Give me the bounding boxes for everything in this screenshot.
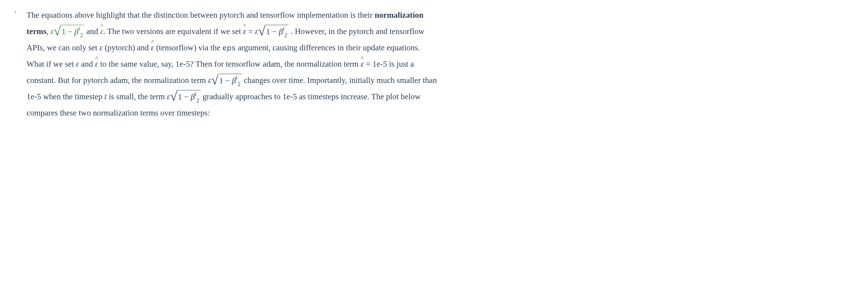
sqrt-content: 1 − βt2	[219, 74, 242, 86]
beta-superscript: t	[236, 74, 237, 80]
hat-symbol: ^	[151, 37, 154, 48]
math-eps-hat: ^ε	[151, 43, 154, 52]
beta-subscript: 2	[80, 32, 83, 38]
one-minus: 1 −	[219, 76, 232, 85]
sqrt-symbol: √	[211, 74, 218, 87]
hat-symbol: ^	[361, 53, 364, 64]
text-segment: . The two versions are equivalent if we …	[103, 27, 243, 36]
math-eps-hat-green: ^ε	[100, 27, 103, 36]
math-equation-equiv: ^ε =	[243, 27, 255, 36]
beta-superscript: t	[283, 26, 284, 32]
math-eps-hat-equals: ^ε = 1e-5	[361, 60, 387, 68]
beta-subscript: 2	[284, 32, 287, 38]
sqrt-content: 1 − βt2	[61, 25, 84, 37]
text-segment: is small, the term	[107, 92, 167, 101]
value-1e5: 1e-5	[373, 60, 387, 68]
epsilon-symbol: ε	[51, 27, 54, 36]
epsilon-symbol: ε	[208, 76, 211, 85]
sqrt-expression: √1 − βt2	[170, 90, 201, 103]
epsilon-symbol: ε	[255, 27, 258, 36]
beta-subscript: 2	[237, 81, 240, 87]
sqrt-symbol: √	[258, 25, 265, 38]
text-segment: (tensorflow) via the	[154, 43, 222, 52]
epsilon-hat: ^ε	[100, 23, 103, 40]
math-eps-sqrt: ε√1 − βt2	[208, 76, 242, 85]
beta-symbol: β	[279, 27, 283, 36]
text-segment: The equations above highlight that the d…	[27, 11, 374, 19]
bullet-list-item: • The equations above highlight that the…	[14, 7, 439, 121]
text-segment: to the same value, say, 1e-5? Then for t…	[98, 60, 361, 68]
epsilon-hat: ^ε	[151, 40, 154, 56]
epsilon-symbol: ε	[100, 43, 103, 52]
one-minus: 1 −	[178, 93, 191, 101]
equals-sign: =	[364, 60, 372, 68]
text-segment: and	[84, 27, 100, 36]
sqrt-expression: √1 − βt2	[54, 25, 84, 38]
one-minus: 1 −	[266, 27, 279, 36]
beta-subscript: 2	[196, 97, 199, 103]
equals-sign: =	[246, 27, 255, 36]
math-eps-sqrt: ε√1 − βt2	[167, 92, 201, 101]
epsilon-hat: ^ε	[361, 56, 364, 72]
epsilon-hat: ^ε	[95, 56, 98, 72]
sqrt-expression: √1 − βt2	[211, 74, 242, 87]
hat-symbol: ^	[101, 20, 103, 32]
text-segment: (pytorch) and	[103, 43, 151, 52]
sqrt-symbol: √	[54, 25, 61, 38]
sqrt-content: 1 − βt2	[177, 90, 201, 102]
hat-symbol: ^	[95, 53, 98, 64]
math-eps-sqrt-green: ε√1 − βt2	[51, 27, 84, 36]
bullet-marker: •	[14, 9, 17, 17]
code-eps: eps	[222, 44, 236, 52]
sqrt-expression: √1 − βt2	[258, 25, 289, 38]
beta-symbol: β	[232, 76, 236, 85]
epsilon-symbol: ε	[76, 60, 79, 68]
beta-symbol: β	[191, 93, 195, 101]
text-segment: ,	[46, 27, 51, 36]
text-segment: and	[79, 60, 95, 68]
hat-symbol: ^	[243, 20, 246, 32]
epsilon-hat: ^ε	[243, 23, 246, 40]
sqrt-symbol: √	[170, 90, 177, 103]
sqrt-content: 1 − βt2	[265, 25, 289, 37]
paragraph-content: The equations above highlight that the d…	[27, 7, 439, 121]
epsilon-symbol: ε	[167, 92, 170, 101]
math-eps-sqrt: ε√1 − βt2	[255, 27, 289, 36]
math-eps-hat: ^ε	[95, 60, 98, 68]
beta-superscript: t	[195, 91, 196, 97]
beta-superscript: t	[78, 26, 80, 32]
one-minus: 1 −	[62, 27, 74, 36]
beta-symbol: β	[74, 27, 78, 36]
